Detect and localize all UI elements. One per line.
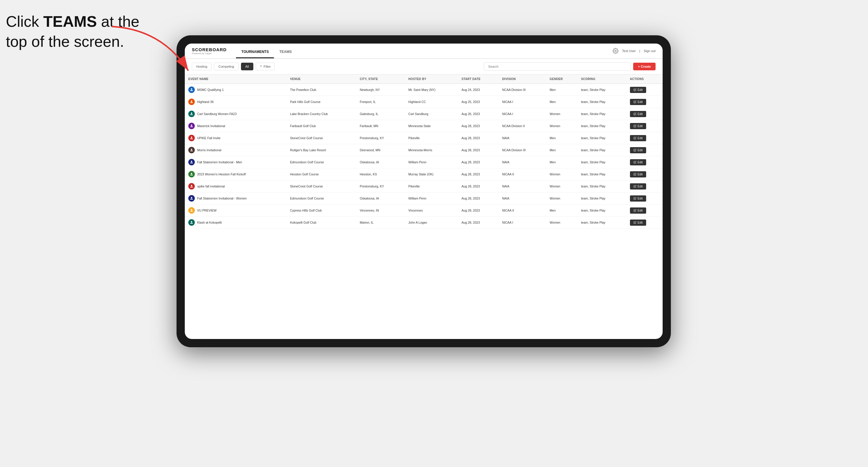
- cell-gender: Men: [546, 96, 578, 108]
- cell-city: Freeport, IL: [356, 96, 405, 108]
- event-name: Klash at Kokopelli: [197, 221, 222, 224]
- edit-icon: [633, 124, 637, 127]
- edit-icon: [633, 136, 637, 139]
- event-name: MSMC Qualifying 1: [197, 88, 224, 92]
- event-name: upike fall invitational: [197, 185, 225, 188]
- filter-competing-button[interactable]: Competing: [214, 63, 238, 70]
- cell-gender: Women: [546, 108, 578, 120]
- nav-right: Test User | Sign out: [613, 48, 656, 54]
- cell-division: NAIA: [499, 180, 547, 192]
- cell-scoring: team, Stroke Play: [578, 96, 626, 108]
- cell-venue: Ruttger's Bay Lake Resort: [287, 144, 356, 156]
- event-icon: [188, 159, 195, 165]
- event-icon: [188, 219, 195, 226]
- cell-division: NAIA: [499, 192, 547, 205]
- navbar: SCOREBOARD Powered by Clippit TOURNAMENT…: [185, 43, 662, 59]
- cell-hosted: Carl Sandburg: [405, 108, 458, 120]
- edit-button[interactable]: Edit: [630, 99, 646, 105]
- tournaments-table-container: EVENT NAME VENUE CITY, STATE HOSTED BY S…: [185, 74, 662, 339]
- edit-button[interactable]: Edit: [630, 171, 646, 178]
- edit-button[interactable]: Edit: [630, 135, 646, 141]
- cell-hosted: Minnesota State: [405, 120, 458, 132]
- search-input[interactable]: [484, 62, 631, 71]
- sign-out-link[interactable]: Sign out: [644, 49, 656, 53]
- svg-point-9: [191, 136, 192, 138]
- cell-hosted: William Penn: [405, 192, 458, 205]
- edit-button[interactable]: Edit: [630, 111, 646, 117]
- edit-icon: [633, 88, 637, 91]
- cell-scoring: team, Stroke Play: [578, 205, 626, 217]
- cell-hosted: Minnesota-Morris: [405, 144, 458, 156]
- col-gender: GENDER: [546, 74, 578, 84]
- filter-all-button[interactable]: All: [241, 63, 253, 70]
- cell-event-name: Klash at Kokopelli: [185, 217, 287, 229]
- tab-tournaments[interactable]: TOURNAMENTS: [236, 43, 274, 58]
- filter-button[interactable]: Filter: [256, 63, 275, 70]
- event-icon: [188, 135, 195, 141]
- cell-gender: Men: [546, 205, 578, 217]
- cell-actions: Edit: [626, 192, 662, 205]
- table-row: UPIKE Fall Invite StoneCrest Golf Course…: [185, 132, 662, 144]
- create-button[interactable]: + Create: [633, 63, 656, 70]
- cell-date: Aug 28, 2023: [458, 192, 498, 205]
- cell-city: Prestonsburg, KY: [356, 180, 405, 192]
- tab-teams[interactable]: TEAMS: [274, 43, 297, 58]
- svg-point-5: [191, 88, 192, 90]
- table-row: Maverick Invitational Faribault Golf Clu…: [185, 120, 662, 132]
- edit-button[interactable]: Edit: [630, 208, 646, 214]
- table-row: Fall Statesmen Invitational - Women Edmu…: [185, 192, 662, 205]
- edit-icon: [633, 185, 637, 188]
- cell-gender: Women: [546, 180, 578, 192]
- search-box: [484, 62, 631, 71]
- cell-gender: Women: [546, 192, 578, 205]
- edit-button[interactable]: Edit: [630, 220, 646, 226]
- cell-event-name: VU PREVIEW: [185, 205, 287, 217]
- edit-icon: [633, 149, 637, 152]
- cell-hosted: William Penn: [405, 156, 458, 168]
- cell-date: Aug 28, 2023: [458, 144, 498, 156]
- event-icon: [188, 183, 195, 189]
- edit-button[interactable]: Edit: [630, 147, 646, 153]
- cell-event-name: UPIKE Fall Invite: [185, 132, 287, 144]
- cell-gender: Men: [546, 144, 578, 156]
- cell-actions: Edit: [626, 132, 662, 144]
- cell-venue: Hesston Golf Course: [287, 168, 356, 180]
- edit-button[interactable]: Edit: [630, 123, 646, 129]
- event-name: VU PREVIEW: [197, 209, 217, 212]
- edit-button[interactable]: Edit: [630, 183, 646, 189]
- cell-city: Deerwood, MN: [356, 144, 405, 156]
- settings-icon[interactable]: [613, 48, 619, 54]
- event-icon: [188, 123, 195, 129]
- cell-scoring: team, Stroke Play: [578, 192, 626, 205]
- cell-hosted: John A Logan: [405, 217, 458, 229]
- cell-division: NAIA: [499, 132, 547, 144]
- filter-icon: [259, 65, 262, 68]
- edit-button[interactable]: Edit: [630, 195, 646, 201]
- table-row: Klash at Kokopelli Kokopelli Golf Club M…: [185, 217, 662, 229]
- cell-gender: Women: [546, 120, 578, 132]
- cell-venue: Cypress Hills Golf Club: [287, 205, 356, 217]
- cell-event-name: MSMC Qualifying 1: [185, 84, 287, 96]
- cell-date: Aug 28, 2023: [458, 168, 498, 180]
- col-division: DIVISION: [499, 74, 547, 84]
- cell-date: Aug 28, 2023: [458, 132, 498, 144]
- cell-date: Aug 28, 2023: [458, 205, 498, 217]
- col-city: CITY, STATE: [356, 74, 405, 84]
- cell-gender: Women: [546, 217, 578, 229]
- cell-scoring: team, Stroke Play: [578, 217, 626, 229]
- cell-city: Faribault, MN: [356, 120, 405, 132]
- cell-actions: Edit: [626, 120, 662, 132]
- instruction-bold: TEAMS: [43, 13, 97, 30]
- svg-point-8: [191, 124, 192, 126]
- table-row: Morris Invitational Ruttger's Bay Lake R…: [185, 144, 662, 156]
- event-icon: [188, 195, 195, 201]
- svg-point-10: [191, 149, 192, 150]
- cell-actions: Edit: [626, 168, 662, 180]
- cell-gender: Women: [546, 168, 578, 180]
- cell-date: Aug 28, 2023: [458, 180, 498, 192]
- edit-icon: [633, 113, 637, 115]
- cell-division: NICAA I: [499, 108, 547, 120]
- edit-button[interactable]: Edit: [630, 87, 646, 93]
- edit-button[interactable]: Edit: [630, 159, 646, 165]
- cell-city: Hesston, KS: [356, 168, 405, 180]
